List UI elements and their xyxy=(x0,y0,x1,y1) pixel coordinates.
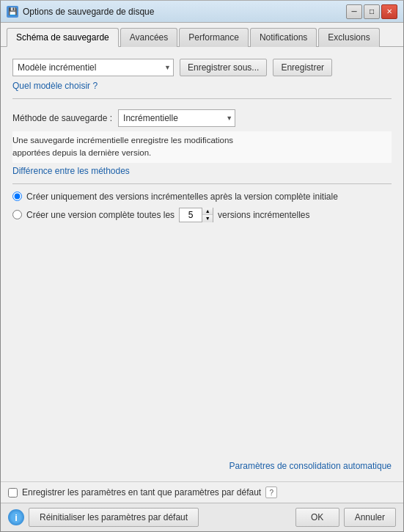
cancel-button[interactable]: Annuler xyxy=(344,508,396,527)
help-badge[interactable]: ? xyxy=(265,487,277,498)
maximize-button[interactable]: □ xyxy=(364,4,380,19)
tab-notifications[interactable]: Notifications xyxy=(250,28,317,47)
default-params-row: Enregistrer les paramètres en tant que p… xyxy=(8,487,396,498)
separator-1 xyxy=(12,98,392,99)
tab-bar: Schéma de sauvegarde Avancées Performanc… xyxy=(1,23,403,47)
model-row: Modèle incrémentiel Modèle complet Modèl… xyxy=(12,59,392,76)
radio2-input[interactable] xyxy=(12,210,22,219)
description-section: Une sauvegarde incrémentielle enregistre… xyxy=(12,131,392,176)
separator-2 xyxy=(12,183,392,184)
model-dropdown-wrapper: Modèle incrémentiel Modèle complet Modèl… xyxy=(12,59,174,76)
choose-model-link[interactable]: Quel modèle choisir ? xyxy=(12,81,98,91)
spinner-wrapper: ▲ ▼ xyxy=(179,208,213,222)
minimize-button[interactable]: ─ xyxy=(346,4,362,19)
spinner-down-button[interactable]: ▼ xyxy=(202,215,213,222)
radio2-label-after[interactable]: versions incrémentelles xyxy=(218,210,309,220)
footer-checkbox-bar: Enregistrer les paramètres en tant que p… xyxy=(1,481,403,503)
content-area: Modèle incrémentiel Modèle complet Modèl… xyxy=(1,47,403,481)
action-bar: i Réinitialiser les paramètres par défau… xyxy=(1,503,403,531)
tab-avancees[interactable]: Avancées xyxy=(120,28,177,47)
title-bar: 💾 Options de sauvegarde de disque ─ □ ✕ xyxy=(1,1,403,23)
model-dropdown[interactable]: Modèle incrémentiel Modèle complet Modèl… xyxy=(12,59,174,76)
tab-performance[interactable]: Performance xyxy=(179,28,249,47)
radio1-input[interactable] xyxy=(12,192,22,201)
method-dropdown-wrapper: Incrémentielle Complète Différentielle ▼ xyxy=(118,109,235,127)
reset-button[interactable]: Réinitialiser les paramètres par défaut xyxy=(29,508,199,527)
save-as-button[interactable]: Enregistrer sous... xyxy=(180,59,267,76)
method-row: Méthode de sauvegarde : Incrémentielle C… xyxy=(12,109,392,127)
main-window: 💾 Options de sauvegarde de disque ─ □ ✕ … xyxy=(0,0,404,532)
consolidation-link[interactable]: Paramètres de consolidation automatique xyxy=(229,461,392,471)
method-dropdown[interactable]: Incrémentielle Complète Différentielle xyxy=(118,109,235,127)
default-params-label: Enregistrer les paramètres en tant que p… xyxy=(22,487,261,498)
radio2-label-before[interactable]: Créer une version complète toutes les xyxy=(26,210,175,220)
tab-schema[interactable]: Schéma de sauvegarde xyxy=(7,28,119,47)
difference-link[interactable]: Différence entre les méthodes xyxy=(12,166,392,176)
spinner-up-button[interactable]: ▲ xyxy=(202,208,213,215)
close-button[interactable]: ✕ xyxy=(381,4,397,19)
tab-exclusions[interactable]: Exclusions xyxy=(318,28,379,47)
info-icon[interactable]: i xyxy=(8,509,24,525)
radio1-label[interactable]: Créer uniquement des versions incrémente… xyxy=(26,192,338,202)
radio2-row: Créer une version complète toutes les ▲ … xyxy=(12,208,392,222)
ok-button[interactable]: OK xyxy=(295,508,339,527)
spinner-input[interactable] xyxy=(180,210,202,220)
spinner-buttons: ▲ ▼ xyxy=(202,208,213,222)
method-label: Méthode de sauvegarde : xyxy=(12,113,112,123)
radio1-row: Créer uniquement des versions incrémente… xyxy=(12,192,392,202)
window-icon: 💾 xyxy=(7,6,18,18)
save-button[interactable]: Enregistrer xyxy=(273,59,332,76)
window-title: Options de sauvegarde de disque xyxy=(23,7,346,17)
description-text: Une sauvegarde incrémentielle enregistre… xyxy=(12,131,392,163)
default-params-checkbox[interactable] xyxy=(8,488,18,498)
title-bar-buttons: ─ □ ✕ xyxy=(346,4,397,19)
